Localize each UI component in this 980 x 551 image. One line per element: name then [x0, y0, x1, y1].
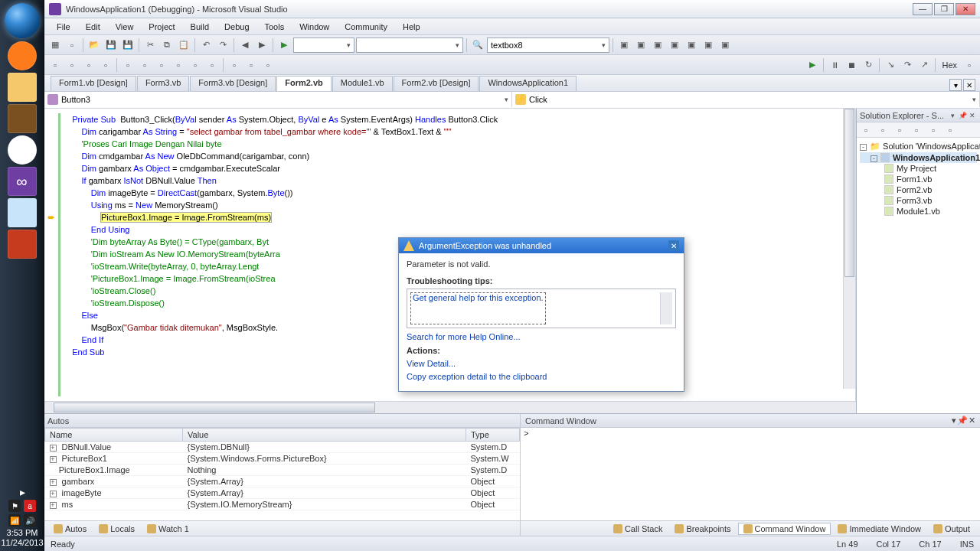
menu-view[interactable]: View — [108, 19, 142, 34]
tb-btn[interactable]: ▣ — [717, 37, 733, 53]
start-orb[interactable] — [5, 3, 40, 38]
autos-tab[interactable]: Locals — [94, 523, 139, 534]
tb-btn[interactable]: ▫ — [260, 57, 276, 73]
step-over-button[interactable]: ↷ — [900, 57, 915, 73]
menu-edit[interactable]: Edit — [78, 19, 108, 34]
table-row[interactable]: PictureBox1.ImageNothingSystem.D — [45, 465, 520, 476]
find-combo[interactable]: textbox8▾ — [487, 37, 609, 53]
menu-debug[interactable]: Debug — [217, 19, 256, 34]
tabs-dropdown-button[interactable]: ▾ — [949, 79, 962, 91]
code-hscrollbar[interactable] — [44, 401, 856, 413]
bottom-tab[interactable]: Output — [928, 523, 975, 535]
save-all-button[interactable]: 💾 — [120, 37, 136, 53]
bottom-tab[interactable]: Breakpoints — [669, 523, 736, 535]
config-combo[interactable]: ▾ — [293, 37, 354, 53]
save-button[interactable]: 💾 — [103, 37, 119, 53]
exception-titlebar[interactable]: ArgumentException was unhandled ✕ — [399, 238, 684, 253]
se-btn[interactable]: ▫ — [926, 122, 941, 138]
copy-button[interactable]: ⧉ — [159, 37, 175, 53]
tb-btn[interactable]: ▣ — [667, 37, 682, 53]
step-into-button[interactable]: ↘ — [883, 57, 898, 73]
open-button[interactable]: 📂 — [87, 37, 102, 53]
solution-tree[interactable]: -📁 Solution 'WindowsApplicat-WindowsAppl… — [857, 138, 980, 413]
view-detail-link[interactable]: View Detail... — [407, 359, 676, 368]
se-btn[interactable]: ▫ — [909, 122, 924, 138]
search-online-link[interactable]: Search for more Help Online... — [407, 332, 676, 341]
doc-tab[interactable]: Module1.vb — [332, 76, 393, 91]
doc-tab[interactable]: Form1.vb [Design] — [51, 76, 136, 91]
se-btn[interactable]: ▫ — [875, 122, 890, 138]
tb-btn[interactable]: ▣ — [633, 37, 648, 53]
doc-tab[interactable]: Form2.vb [Design] — [394, 76, 479, 91]
menu-help[interactable]: Help — [395, 19, 428, 34]
hex-toggle[interactable]: Hex — [939, 60, 960, 70]
doc-tab[interactable]: Form3.vb [Design] — [190, 76, 276, 91]
tb-btn[interactable]: ▫ — [171, 57, 186, 73]
bottom-tab[interactable]: Immediate Window — [832, 523, 926, 535]
tips-scrollbar[interactable] — [660, 292, 672, 324]
start-debug-button[interactable]: ▶ — [276, 37, 292, 53]
command-window-body[interactable]: > — [521, 428, 980, 520]
tb-btn[interactable]: ▫ — [227, 57, 242, 73]
tb-btn[interactable]: ▫ — [137, 57, 152, 73]
pane-dropdown-icon[interactable]: ▾ — [952, 416, 956, 425]
stop-button[interactable]: ⏹ — [844, 57, 859, 73]
tray-date[interactable]: 11/24/2013 — [0, 538, 44, 547]
autos-tab[interactable]: Autos — [49, 523, 91, 534]
tb-btn[interactable]: ▫ — [204, 57, 220, 73]
taskbar-winamp-icon[interactable] — [8, 104, 37, 133]
se-btn[interactable]: ▫ — [942, 122, 958, 138]
tb-btn[interactable]: ▫ — [120, 57, 136, 73]
tray-network-icon[interactable]: 📶 — [8, 514, 21, 527]
restart-button[interactable]: ↻ — [861, 57, 876, 73]
menu-tools[interactable]: Tools — [257, 19, 292, 34]
minimize-button[interactable]: — — [913, 3, 933, 15]
code-vscrollbar[interactable] — [843, 109, 855, 389]
table-row[interactable]: + PictureBox1{System.Windows.Forms.Pictu… — [45, 453, 520, 465]
bottom-tab[interactable]: Call Stack — [608, 523, 668, 535]
menu-project[interactable]: Project — [141, 19, 182, 34]
class-combo[interactable]: Button3▾ — [44, 92, 512, 107]
se-btn[interactable]: ▫ — [892, 122, 907, 138]
bottom-tab[interactable]: Command Window — [738, 523, 831, 535]
autos-tab[interactable]: Watch 1 — [142, 523, 194, 534]
close-button[interactable]: ✕ — [956, 3, 975, 15]
tb-btn[interactable]: ▫ — [81, 57, 96, 73]
doc-tab[interactable]: WindowsApplication1 — [479, 76, 577, 91]
taskbar-explorer-icon[interactable] — [8, 73, 37, 102]
cut-button[interactable]: ✂ — [142, 37, 158, 53]
exception-close-button[interactable]: ✕ — [668, 240, 679, 251]
pane-pin-icon[interactable]: 📌 — [957, 416, 968, 425]
tb-btn[interactable]: ▣ — [701, 37, 716, 53]
tb-btn[interactable]: ▣ — [650, 37, 665, 53]
tb-btn[interactable]: ▫ — [64, 57, 80, 73]
taskbar-vs-icon[interactable]: ∞ — [8, 167, 37, 196]
continue-button[interactable]: ▶ — [805, 57, 820, 73]
tray-volume-icon[interactable]: 🔊 — [24, 514, 36, 527]
se-btn[interactable]: ▫ — [858, 122, 874, 138]
taskbar-paint-icon[interactable] — [8, 198, 37, 227]
table-row[interactable]: + gambarx{System.Array}Object — [45, 476, 520, 487]
taskbar-chrome-icon[interactable]: ◉ — [8, 135, 37, 165]
help-link[interactable]: Get general help for this exception. — [410, 292, 546, 324]
redo-button[interactable]: ↷ — [215, 37, 230, 53]
method-combo[interactable]: ⚡Click▾ — [512, 92, 980, 107]
menu-window[interactable]: Window — [292, 19, 337, 34]
doc-tab[interactable]: Form2.vb — [276, 76, 332, 91]
tb-btn[interactable]: ▫ — [188, 57, 203, 73]
tb-btn[interactable]: ▫ — [154, 57, 169, 73]
table-row[interactable]: + ms{System.IO.MemoryStream}Object — [45, 499, 520, 510]
taskbar-app-icon[interactable] — [8, 230, 37, 259]
menu-build[interactable]: Build — [183, 19, 217, 34]
taskbar-firefox-icon[interactable] — [8, 41, 37, 70]
autos-table[interactable]: NameValueType+ DBNull.Value{System.DBNul… — [44, 428, 520, 510]
pane-pin-icon[interactable]: 📌 — [958, 111, 967, 120]
tb-btn[interactable]: ▫ — [47, 57, 63, 73]
pane-close-icon[interactable]: ✕ — [968, 111, 977, 120]
tabs-close-button[interactable]: ✕ — [963, 79, 975, 91]
nav-fwd-button[interactable]: ▶ — [254, 37, 270, 53]
table-row[interactable]: + imageByte{System.Array}Object — [45, 487, 520, 499]
tb-btn[interactable]: ▣ — [616, 37, 632, 53]
pane-close-icon[interactable]: ✕ — [969, 416, 975, 425]
doc-tab[interactable]: Form3.vb — [137, 76, 189, 91]
